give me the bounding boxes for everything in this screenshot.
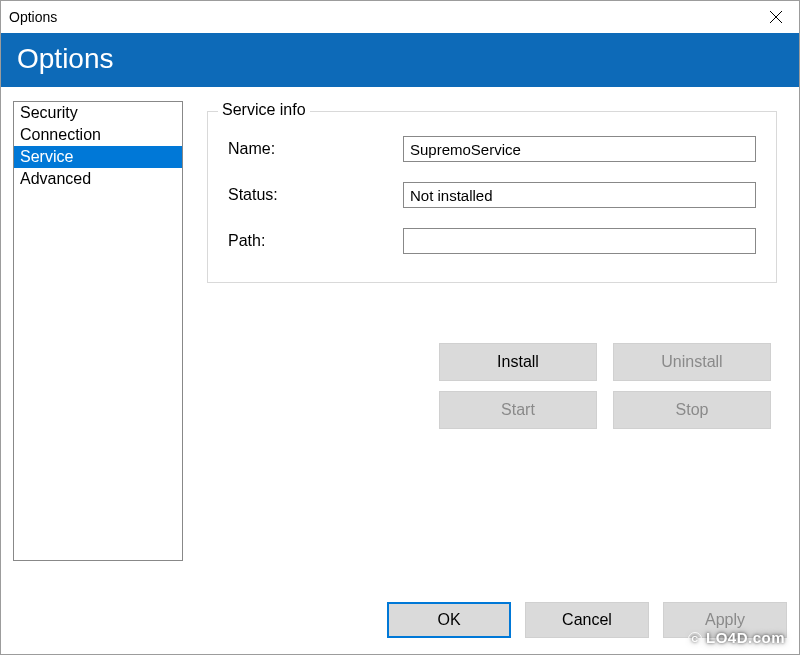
sidebar-item-label: Service [20, 148, 73, 166]
group-legend: Service info [218, 101, 310, 119]
ok-button[interactable]: OK [387, 602, 511, 638]
row-name: Name: [228, 136, 756, 162]
uninstall-button: Uninstall [613, 343, 771, 381]
input-name[interactable] [403, 136, 756, 162]
options-window: Options Options Security Connection Serv… [0, 0, 800, 655]
install-button[interactable]: Install [439, 343, 597, 381]
service-action-buttons: Install Uninstall Start Stop [207, 343, 777, 429]
service-info-group: Service info Name: Status: Path: [207, 111, 777, 283]
sidebar-item-service[interactable]: Service [14, 146, 182, 168]
input-path[interactable] [403, 228, 756, 254]
label-status: Status: [228, 186, 403, 204]
banner-title: Options [17, 43, 114, 75]
header-banner: Options [1, 33, 799, 87]
window-title: Options [9, 9, 57, 25]
stop-button: Stop [613, 391, 771, 429]
close-icon [770, 11, 782, 23]
label-name: Name: [228, 140, 403, 158]
titlebar: Options [1, 1, 799, 33]
dialog-buttons: OK Cancel Apply [387, 602, 787, 638]
close-button[interactable] [753, 1, 799, 33]
label-path: Path: [228, 232, 403, 250]
main-panel: Service info Name: Status: Path: Install… [207, 101, 787, 592]
row-path: Path: [228, 228, 756, 254]
sidebar-item-advanced[interactable]: Advanced [14, 168, 182, 190]
row-status: Status: [228, 182, 756, 208]
input-status[interactable] [403, 182, 756, 208]
cancel-button[interactable]: Cancel [525, 602, 649, 638]
apply-button: Apply [663, 602, 787, 638]
sidebar-item-label: Advanced [20, 170, 91, 188]
sidebar-item-label: Security [20, 104, 78, 122]
content-area: Security Connection Service Advanced Ser… [1, 87, 799, 592]
sidebar-item-connection[interactable]: Connection [14, 124, 182, 146]
sidebar-item-security[interactable]: Security [14, 102, 182, 124]
start-button: Start [439, 391, 597, 429]
sidebar-item-label: Connection [20, 126, 101, 144]
sidebar: Security Connection Service Advanced [13, 101, 183, 561]
